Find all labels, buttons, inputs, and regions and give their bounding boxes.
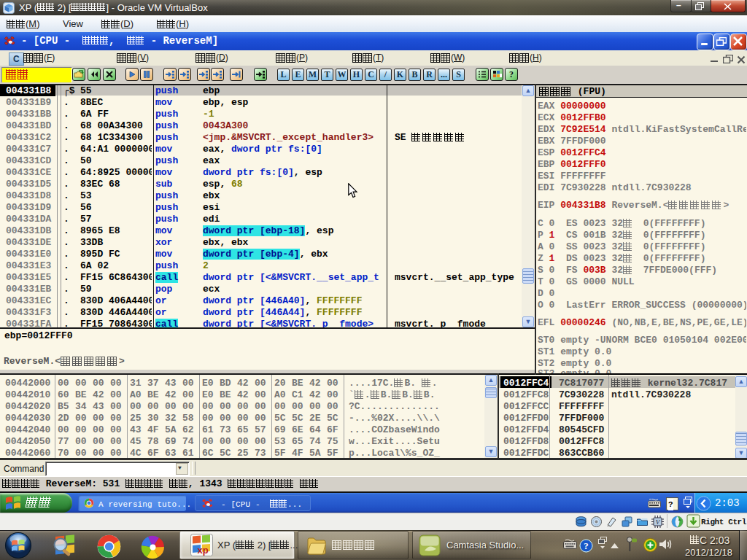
svg-text:xp: xp	[197, 545, 208, 556]
svg-text:?: ?	[584, 540, 589, 551]
svg-text:?: ?	[509, 69, 514, 79]
